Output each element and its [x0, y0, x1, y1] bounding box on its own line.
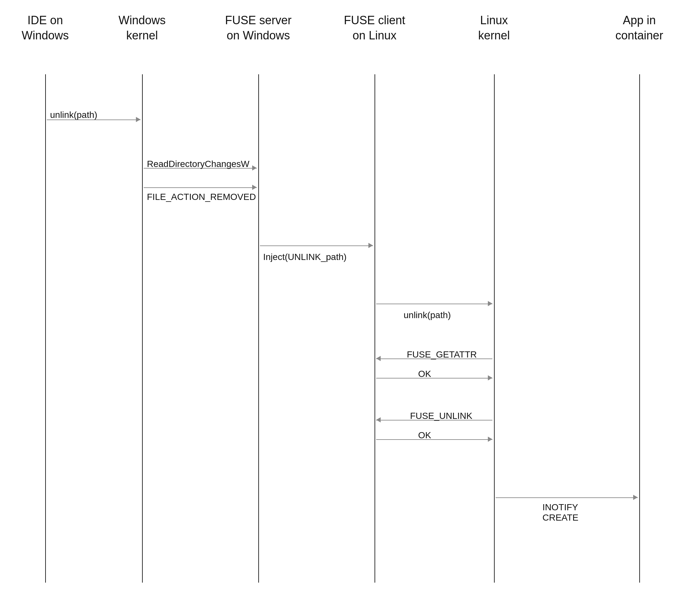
- sequence-diagram: IDE on WindowsWindows kernelFUSE server …: [0, 0, 700, 602]
- message-label-msg9: OK: [418, 430, 431, 440]
- actor-header-linux-kernel: Linux kernel: [455, 13, 533, 43]
- actor-header-ide: IDE on Windows: [6, 13, 84, 43]
- message-label-msg3: FILE_ACTION_REMOVED: [147, 192, 256, 202]
- arrowhead-left-msg6: [376, 356, 381, 361]
- arrow-line-msg7: [376, 378, 492, 379]
- actor-header-fuse-server: FUSE server on Windows: [220, 13, 297, 43]
- message-msg8: FUSE_UNLINK: [0, 0, 700, 602]
- message-label-msg5: unlink(path): [404, 310, 451, 320]
- arrowhead-right-msg1: [136, 117, 141, 122]
- arrow-line-msg6: [376, 359, 492, 359]
- arrow-line-msg4: [260, 245, 373, 246]
- message-msg5: unlink(path): [0, 0, 700, 602]
- lifeline-win-kernel: [142, 74, 143, 583]
- lifeline-linux-kernel: [494, 74, 495, 583]
- message-msg1: unlink(path): [0, 0, 700, 602]
- message-label-msg7: OK: [418, 369, 431, 379]
- message-msg10: INOTIFY CREATE: [0, 0, 700, 602]
- lifeline-fuse-client: [375, 74, 375, 583]
- message-msg2: ReadDirectoryChangesW: [0, 0, 700, 602]
- message-label-msg8: FUSE_UNLINK: [410, 411, 472, 421]
- message-label-msg6: FUSE_GETATTR: [407, 350, 477, 360]
- message-label-msg1: unlink(path): [50, 110, 97, 120]
- arrowhead-right-msg3: [252, 185, 257, 190]
- arrow-line-msg9: [376, 439, 492, 440]
- actor-header-win-kernel: Windows kernel: [103, 13, 181, 43]
- message-label-msg2: ReadDirectoryChangesW: [147, 159, 249, 169]
- lifeline-app: [639, 74, 640, 583]
- lifeline-fuse-server: [258, 74, 259, 583]
- arrow-line-msg3: [144, 187, 257, 188]
- message-label-msg4: Inject(UNLINK_path): [263, 252, 346, 262]
- arrowhead-right-msg2: [252, 165, 257, 170]
- message-label-msg10: INOTIFY CREATE: [543, 502, 579, 523]
- lifeline-ide: [45, 74, 46, 583]
- message-msg9: OK: [0, 0, 700, 602]
- arrow-line-msg2: [144, 168, 257, 169]
- message-msg6: FUSE_GETATTR: [0, 0, 700, 602]
- actor-header-app: App in container: [601, 13, 678, 43]
- arrow-line-msg5: [376, 304, 492, 304]
- arrow-line-msg1: [47, 120, 141, 120]
- arrowhead-right-msg7: [488, 375, 492, 381]
- arrowhead-right-msg5: [488, 301, 492, 306]
- arrowhead-right-msg9: [488, 437, 492, 442]
- arrowhead-right-msg4: [368, 243, 373, 248]
- actor-header-fuse-client: FUSE client on Linux: [336, 13, 413, 43]
- arrow-line-msg8: [376, 420, 492, 420]
- message-msg4: Inject(UNLINK_path): [0, 0, 700, 602]
- message-msg7: OK: [0, 0, 700, 602]
- arrowhead-left-msg8: [376, 417, 381, 423]
- message-msg3: FILE_ACTION_REMOVED: [0, 0, 700, 602]
- arrowhead-right-msg10: [633, 495, 638, 500]
- arrow-line-msg10: [496, 497, 638, 498]
